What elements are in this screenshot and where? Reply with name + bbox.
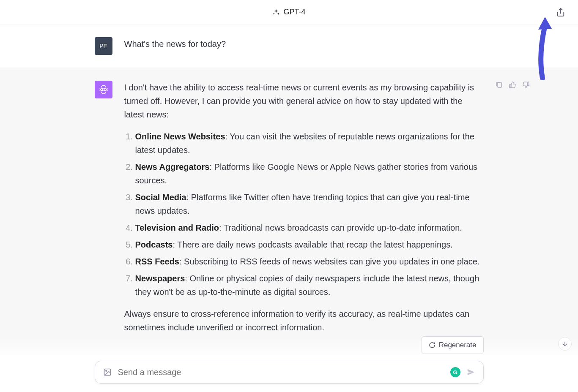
list-item: Social Media: Platforms like Twitter oft…: [135, 191, 484, 218]
svg-rect-3: [498, 82, 501, 87]
suggestion-list: Online News Websites: You can visit the …: [124, 130, 484, 299]
thumbs-down-button[interactable]: [522, 81, 530, 89]
user-message: What's the news for today?: [124, 37, 484, 51]
user-turn: PE What's the news for today?: [0, 24, 578, 68]
thumbs-up-button[interactable]: [508, 81, 517, 89]
assistant-avatar: [95, 81, 112, 98]
assistant-intro: I don't have the ability to access real-…: [124, 81, 484, 121]
list-item: Podcasts: There are daily news podcasts …: [135, 238, 484, 251]
model-name: GPT-4: [283, 8, 305, 16]
arrow-down-icon: [562, 340, 568, 347]
thumbs-up-icon: [509, 81, 516, 89]
list-item: News Aggregators: Platforms like Google …: [135, 160, 484, 187]
list-item: Online News Websites: You can visit the …: [135, 130, 484, 157]
regenerate-button[interactable]: Regenerate: [422, 336, 484, 354]
copy-button[interactable]: [495, 81, 503, 89]
refresh-icon: [429, 342, 436, 348]
assistant-message: I don't have the ability to access real-…: [124, 81, 484, 343]
image-icon: [103, 368, 112, 376]
user-avatar-initials: PE: [99, 43, 107, 49]
regenerate-label: Regenerate: [439, 341, 477, 349]
list-item: Newspapers: Online or physical copies of…: [135, 272, 484, 299]
svg-point-6: [105, 370, 107, 372]
message-input[interactable]: [118, 368, 444, 377]
grammarly-badge[interactable]: G: [450, 367, 460, 377]
assistant-turn: I don't have the ability to access real-…: [0, 68, 578, 355]
thumbs-down-icon: [522, 81, 530, 89]
share-button[interactable]: [555, 7, 566, 18]
message-input-container: G: [95, 361, 484, 384]
user-avatar: PE: [95, 37, 112, 55]
sparkle-icon: [272, 8, 280, 16]
model-label: GPT-4: [272, 8, 305, 16]
assistant-actions: [495, 81, 530, 89]
send-icon: [466, 368, 476, 377]
openai-logo-icon: [98, 84, 109, 95]
scroll-to-bottom-button[interactable]: [558, 337, 572, 351]
clipboard-icon: [495, 81, 503, 89]
bottom-bar: Regenerate G: [0, 336, 578, 392]
share-icon: [556, 8, 565, 17]
conversation: PE What's the news for today? I don't ha…: [0, 24, 578, 355]
svg-point-2: [102, 88, 105, 91]
header: GPT-4: [0, 0, 578, 24]
list-item: Television and Radio: Traditional news b…: [135, 221, 484, 234]
send-button[interactable]: [466, 368, 476, 377]
attach-image-button[interactable]: [103, 368, 112, 377]
assistant-outro: Always ensure to cross-reference informa…: [124, 307, 484, 334]
list-item: RSS Feeds: Subscribing to RSS feeds of n…: [135, 255, 484, 268]
